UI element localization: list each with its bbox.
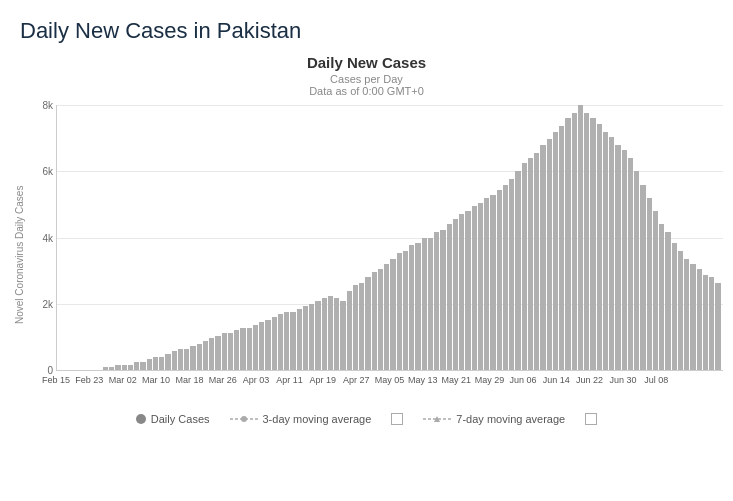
bar xyxy=(472,206,477,370)
x-tick-label: May 21 xyxy=(441,375,471,385)
bar xyxy=(715,283,720,370)
bar xyxy=(247,328,252,370)
bar xyxy=(559,126,564,370)
x-tick-label: Apr 11 xyxy=(276,375,303,385)
bar xyxy=(103,367,108,370)
legend: Daily Cases 3-day moving average 7-day m… xyxy=(10,405,723,429)
y-tick-label: 2k xyxy=(42,298,53,309)
bar xyxy=(622,150,627,370)
bar xyxy=(428,238,433,371)
bar xyxy=(690,264,695,370)
bar xyxy=(390,259,395,370)
7day-ma-label: 7-day moving average xyxy=(456,413,565,425)
bar xyxy=(128,365,133,370)
bar xyxy=(178,349,183,370)
legend-3day-ma: 3-day moving average xyxy=(230,413,372,425)
legend-7day-ma: 7-day moving average xyxy=(423,413,565,425)
bar xyxy=(697,269,702,370)
bar xyxy=(234,330,239,370)
bar xyxy=(584,113,589,370)
legend-daily-cases: Daily Cases xyxy=(136,413,210,425)
daily-cases-label: Daily Cases xyxy=(151,413,210,425)
x-tick-label: Feb 23 xyxy=(75,375,103,385)
bar xyxy=(140,362,145,370)
x-tick-label: May 29 xyxy=(475,375,505,385)
bar xyxy=(678,251,683,370)
bar xyxy=(290,312,295,370)
7day-ma-icon xyxy=(423,413,451,425)
bar xyxy=(565,118,570,370)
bar xyxy=(540,145,545,370)
svg-point-1 xyxy=(241,416,247,422)
bar xyxy=(272,317,277,370)
x-tick-label: Jun 30 xyxy=(609,375,636,385)
bar xyxy=(228,333,233,370)
bar xyxy=(453,219,458,370)
bar xyxy=(509,179,514,370)
x-tick-label: Jun 22 xyxy=(576,375,603,385)
bar xyxy=(197,344,202,371)
bar xyxy=(503,185,508,371)
bar xyxy=(328,296,333,370)
3day-ma-icon xyxy=(230,413,258,425)
x-tick-label: May 05 xyxy=(375,375,405,385)
legend-3day-box xyxy=(391,413,403,425)
bar xyxy=(322,298,327,370)
x-tick-label: Feb 15 xyxy=(42,375,70,385)
bar xyxy=(422,238,427,371)
page-title: Daily New Cases in Pakistan xyxy=(0,0,733,54)
bar xyxy=(340,301,345,370)
bar xyxy=(372,272,377,370)
bar xyxy=(353,285,358,370)
bar xyxy=(159,357,164,370)
subtitle-line1: Cases per Day xyxy=(10,73,723,85)
bar xyxy=(484,198,489,370)
y-tick-label: 6k xyxy=(42,166,53,177)
bar xyxy=(459,214,464,370)
bar xyxy=(497,190,502,370)
bar xyxy=(522,163,527,370)
bar xyxy=(109,367,114,370)
bar xyxy=(609,137,614,370)
bar xyxy=(447,224,452,370)
bar xyxy=(659,224,664,370)
bar xyxy=(359,283,364,370)
bar xyxy=(190,346,195,370)
bar xyxy=(297,309,302,370)
bar xyxy=(384,264,389,370)
bar xyxy=(628,158,633,370)
x-tick-label: Apr 03 xyxy=(243,375,270,385)
bar xyxy=(465,211,470,370)
bar xyxy=(434,232,439,370)
bar xyxy=(597,124,602,370)
bar xyxy=(172,351,177,370)
bar xyxy=(303,306,308,370)
bar xyxy=(378,269,383,370)
subtitle-line2: Data as of 0:00 GMT+0 xyxy=(10,85,723,97)
bar xyxy=(572,113,577,370)
bar xyxy=(115,365,120,370)
bar xyxy=(284,312,289,370)
bar xyxy=(165,354,170,370)
bar xyxy=(153,357,158,370)
bar xyxy=(515,171,520,370)
bar xyxy=(122,365,127,370)
chart-title: Daily New Cases xyxy=(10,54,723,71)
bar xyxy=(534,153,539,370)
bar xyxy=(203,341,208,370)
bar xyxy=(653,211,658,370)
bar xyxy=(578,105,583,370)
x-tick-label: Mar 26 xyxy=(209,375,237,385)
bar xyxy=(478,203,483,370)
bar xyxy=(409,245,414,370)
bar xyxy=(209,338,214,370)
bar xyxy=(684,259,689,370)
x-tick-label: Jun 06 xyxy=(509,375,536,385)
x-tick-label: Mar 02 xyxy=(109,375,137,385)
bar xyxy=(184,349,189,370)
bar xyxy=(640,185,645,371)
bar xyxy=(528,158,533,370)
chart-area: 8k6k4k2k0 Feb 15Feb 23Mar 02Mar 10Mar 18… xyxy=(56,105,723,405)
x-tick-label: Jul 08 xyxy=(644,375,668,385)
x-tick-label: Mar 18 xyxy=(175,375,203,385)
